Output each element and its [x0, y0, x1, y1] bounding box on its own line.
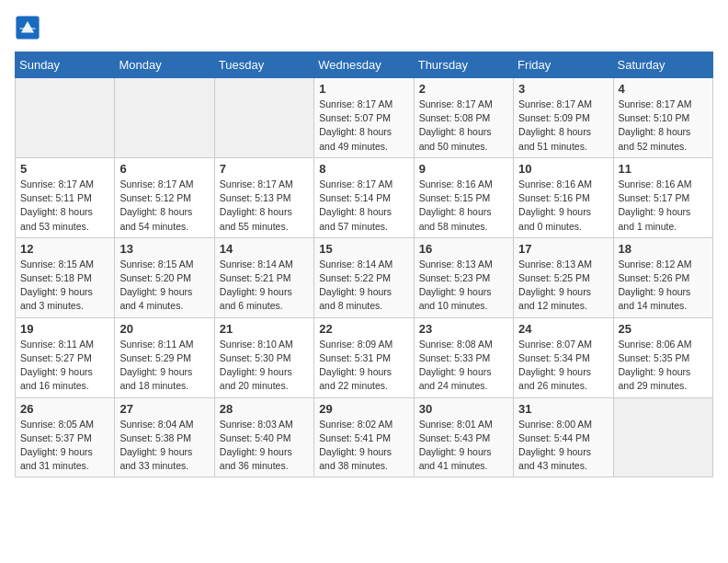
calendar-week-row: 26Sunrise: 8:05 AMSunset: 5:37 PMDayligh…	[16, 397, 713, 477]
day-info: Sunrise: 8:00 AMSunset: 5:44 PMDaylight:…	[518, 418, 608, 474]
calendar-cell: 10Sunrise: 8:16 AMSunset: 5:16 PMDayligh…	[514, 157, 613, 237]
calendar-week-row: 5Sunrise: 8:17 AMSunset: 5:11 PMDaylight…	[16, 157, 713, 237]
day-info: Sunrise: 8:06 AMSunset: 5:35 PMDaylight:…	[619, 338, 708, 394]
day-info: Sunrise: 8:14 AMSunset: 5:22 PMDaylight:…	[319, 258, 408, 314]
svg-rect-2	[20, 28, 36, 29]
day-number: 13	[119, 242, 209, 256]
page-header	[15, 15, 713, 40]
day-number: 28	[220, 402, 309, 416]
day-number: 5	[20, 162, 109, 176]
day-number: 23	[419, 322, 508, 336]
calendar-cell: 11Sunrise: 8:16 AMSunset: 5:17 PMDayligh…	[613, 157, 712, 237]
calendar-cell: 25Sunrise: 8:06 AMSunset: 5:35 PMDayligh…	[613, 317, 712, 397]
calendar-cell: 1Sunrise: 8:17 AMSunset: 5:07 PMDaylight…	[314, 78, 414, 158]
day-info: Sunrise: 8:17 AMSunset: 5:12 PMDaylight:…	[119, 178, 209, 234]
day-number: 15	[319, 242, 408, 256]
day-number: 12	[20, 242, 109, 256]
day-number: 21	[220, 322, 309, 336]
day-info: Sunrise: 8:02 AMSunset: 5:41 PMDaylight:…	[319, 418, 408, 474]
day-number: 8	[319, 162, 408, 176]
day-number: 3	[518, 82, 608, 96]
day-info: Sunrise: 8:04 AMSunset: 5:38 PMDaylight:…	[119, 418, 209, 474]
calendar-cell: 26Sunrise: 8:05 AMSunset: 5:37 PMDayligh…	[16, 397, 115, 477]
calendar-cell: 15Sunrise: 8:14 AMSunset: 5:22 PMDayligh…	[314, 237, 414, 317]
day-number: 7	[220, 162, 309, 176]
day-number: 9	[419, 162, 508, 176]
header-day: Tuesday	[214, 52, 313, 78]
day-number: 20	[119, 322, 209, 336]
day-info: Sunrise: 8:03 AMSunset: 5:40 PMDaylight:…	[220, 418, 309, 474]
calendar-cell	[613, 397, 712, 477]
calendar-cell: 31Sunrise: 8:00 AMSunset: 5:44 PMDayligh…	[514, 397, 613, 477]
day-number: 14	[220, 242, 309, 256]
calendar-cell	[16, 78, 115, 158]
day-number: 25	[619, 322, 708, 336]
day-number: 6	[119, 162, 209, 176]
calendar-cell: 8Sunrise: 8:17 AMSunset: 5:14 PMDaylight…	[314, 157, 414, 237]
calendar-table: SundayMondayTuesdayWednesdayThursdayFrid…	[15, 52, 713, 477]
calendar-cell: 3Sunrise: 8:17 AMSunset: 5:09 PMDaylight…	[514, 78, 613, 158]
day-info: Sunrise: 8:07 AMSunset: 5:34 PMDaylight:…	[518, 338, 608, 394]
calendar-cell	[115, 78, 214, 158]
calendar-cell: 23Sunrise: 8:08 AMSunset: 5:33 PMDayligh…	[414, 317, 513, 397]
day-info: Sunrise: 8:17 AMSunset: 5:07 PMDaylight:…	[319, 98, 408, 154]
day-number: 30	[419, 402, 508, 416]
calendar-cell: 24Sunrise: 8:07 AMSunset: 5:34 PMDayligh…	[514, 317, 613, 397]
day-number: 4	[619, 82, 708, 96]
calendar-cell: 28Sunrise: 8:03 AMSunset: 5:40 PMDayligh…	[214, 397, 313, 477]
calendar-cell: 6Sunrise: 8:17 AMSunset: 5:12 PMDaylight…	[115, 157, 214, 237]
header-day: Saturday	[613, 52, 712, 78]
day-info: Sunrise: 8:17 AMSunset: 5:10 PMDaylight:…	[619, 98, 708, 154]
day-number: 31	[518, 402, 608, 416]
day-info: Sunrise: 8:15 AMSunset: 5:18 PMDaylight:…	[20, 258, 109, 314]
header-row: SundayMondayTuesdayWednesdayThursdayFrid…	[16, 52, 713, 78]
calendar-body: 1Sunrise: 8:17 AMSunset: 5:07 PMDaylight…	[16, 78, 713, 477]
calendar-cell: 30Sunrise: 8:01 AMSunset: 5:43 PMDayligh…	[414, 397, 513, 477]
calendar-cell: 2Sunrise: 8:17 AMSunset: 5:08 PMDaylight…	[414, 78, 513, 158]
calendar-cell: 7Sunrise: 8:17 AMSunset: 5:13 PMDaylight…	[214, 157, 313, 237]
calendar-cell: 16Sunrise: 8:13 AMSunset: 5:23 PMDayligh…	[414, 237, 513, 317]
day-info: Sunrise: 8:14 AMSunset: 5:21 PMDaylight:…	[220, 258, 309, 314]
day-number: 22	[319, 322, 408, 336]
day-info: Sunrise: 8:10 AMSunset: 5:30 PMDaylight:…	[220, 338, 309, 394]
day-info: Sunrise: 8:17 AMSunset: 5:14 PMDaylight:…	[319, 178, 408, 234]
day-number: 17	[518, 242, 608, 256]
calendar-cell: 9Sunrise: 8:16 AMSunset: 5:15 PMDaylight…	[414, 157, 513, 237]
day-info: Sunrise: 8:11 AMSunset: 5:29 PMDaylight:…	[119, 338, 209, 394]
day-number: 29	[319, 402, 408, 416]
day-info: Sunrise: 8:08 AMSunset: 5:33 PMDaylight:…	[419, 338, 508, 394]
calendar-cell: 13Sunrise: 8:15 AMSunset: 5:20 PMDayligh…	[115, 237, 214, 317]
day-info: Sunrise: 8:11 AMSunset: 5:27 PMDaylight:…	[20, 338, 109, 394]
header-day: Monday	[115, 52, 214, 78]
calendar-cell: 14Sunrise: 8:14 AMSunset: 5:21 PMDayligh…	[214, 237, 313, 317]
calendar-cell: 17Sunrise: 8:13 AMSunset: 5:25 PMDayligh…	[514, 237, 613, 317]
day-info: Sunrise: 8:09 AMSunset: 5:31 PMDaylight:…	[319, 338, 408, 394]
header-day: Sunday	[16, 52, 115, 78]
logo-icon	[15, 15, 40, 40]
calendar-week-row: 1Sunrise: 8:17 AMSunset: 5:07 PMDaylight…	[16, 78, 713, 158]
day-info: Sunrise: 8:13 AMSunset: 5:25 PMDaylight:…	[518, 258, 608, 314]
calendar-cell: 18Sunrise: 8:12 AMSunset: 5:26 PMDayligh…	[613, 237, 712, 317]
calendar-cell: 22Sunrise: 8:09 AMSunset: 5:31 PMDayligh…	[314, 317, 414, 397]
calendar-week-row: 19Sunrise: 8:11 AMSunset: 5:27 PMDayligh…	[16, 317, 713, 397]
day-number: 18	[619, 242, 708, 256]
day-number: 27	[119, 402, 209, 416]
calendar-week-row: 12Sunrise: 8:15 AMSunset: 5:18 PMDayligh…	[16, 237, 713, 317]
day-number: 16	[419, 242, 508, 256]
day-info: Sunrise: 8:12 AMSunset: 5:26 PMDaylight:…	[619, 258, 708, 314]
header-day: Thursday	[414, 52, 513, 78]
calendar-header: SundayMondayTuesdayWednesdayThursdayFrid…	[16, 52, 713, 78]
calendar-cell: 4Sunrise: 8:17 AMSunset: 5:10 PMDaylight…	[613, 78, 712, 158]
calendar-cell: 27Sunrise: 8:04 AMSunset: 5:38 PMDayligh…	[115, 397, 214, 477]
calendar-cell: 29Sunrise: 8:02 AMSunset: 5:41 PMDayligh…	[314, 397, 414, 477]
day-info: Sunrise: 8:17 AMSunset: 5:09 PMDaylight:…	[518, 98, 608, 154]
header-day: Friday	[514, 52, 613, 78]
day-number: 1	[319, 82, 408, 96]
day-info: Sunrise: 8:13 AMSunset: 5:23 PMDaylight:…	[419, 258, 508, 314]
calendar-cell	[214, 78, 313, 158]
day-number: 2	[419, 82, 508, 96]
day-number: 10	[518, 162, 608, 176]
day-number: 11	[619, 162, 708, 176]
calendar-cell: 19Sunrise: 8:11 AMSunset: 5:27 PMDayligh…	[16, 317, 115, 397]
day-info: Sunrise: 8:01 AMSunset: 5:43 PMDaylight:…	[419, 418, 508, 474]
